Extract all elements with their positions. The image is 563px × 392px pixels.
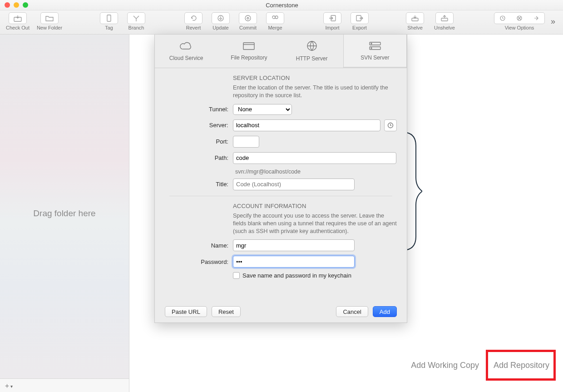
svg-point-5 bbox=[275, 16, 278, 19]
commit-icon bbox=[239, 12, 257, 24]
server-section-heading: SERVER LOCATION bbox=[233, 74, 397, 81]
sheet-footer: Paste URL Reset Cancel Add bbox=[165, 306, 397, 317]
check-out-button[interactable]: Check Out bbox=[4, 12, 32, 30]
branch-icon bbox=[127, 12, 145, 24]
title-input[interactable] bbox=[233, 179, 355, 190]
svg-point-17 bbox=[371, 48, 372, 49]
title-label: Title: bbox=[165, 181, 233, 188]
password-label: Password: bbox=[165, 258, 233, 265]
export-icon bbox=[351, 12, 369, 24]
reset-button[interactable]: Reset bbox=[212, 306, 241, 317]
export-label: Export bbox=[352, 25, 367, 30]
cloud-icon bbox=[179, 41, 193, 52]
merge-label: Merge bbox=[268, 25, 282, 30]
sidebar-placeholder: Drag folder here bbox=[33, 208, 95, 218]
export-button[interactable]: Export bbox=[348, 12, 371, 30]
add-working-copy-link[interactable]: Add Working Copy bbox=[411, 361, 479, 370]
check-out-label: Check Out bbox=[6, 25, 30, 30]
save-keychain-checkbox[interactable] bbox=[233, 272, 240, 279]
new-folder-button[interactable]: New Folder bbox=[35, 12, 64, 30]
new-folder-label: New Folder bbox=[37, 25, 62, 30]
svg-point-16 bbox=[371, 43, 372, 44]
view-options-label: View Options bbox=[505, 25, 534, 30]
zoom-window-button[interactable] bbox=[23, 2, 28, 8]
toolbar-overflow-button[interactable]: » bbox=[547, 12, 559, 30]
svg-rect-12 bbox=[243, 43, 254, 50]
view-options-icon bbox=[494, 12, 545, 24]
port-input[interactable] bbox=[233, 136, 259, 148]
folder-icon bbox=[242, 41, 255, 52]
globe-icon bbox=[306, 40, 317, 53]
import-icon bbox=[323, 12, 341, 24]
tab-file-repository[interactable]: File Repository bbox=[217, 35, 280, 68]
tab-http-server[interactable]: HTTP Server bbox=[281, 35, 343, 68]
server-section-desc: Enter the location of the server. The ti… bbox=[233, 84, 397, 99]
traffic-lights bbox=[5, 2, 28, 8]
merge-button[interactable]: Merge bbox=[263, 12, 287, 30]
name-label: Name: bbox=[165, 242, 233, 249]
tag-label: Tag bbox=[105, 25, 113, 30]
commit-button[interactable]: Commit bbox=[236, 12, 260, 30]
shelve-button[interactable]: Shelve bbox=[403, 12, 427, 30]
revert-button[interactable]: Revert bbox=[182, 12, 205, 30]
sheet-body: SERVER LOCATION Enter the location of th… bbox=[155, 68, 407, 284]
titlebar: Cornerstone bbox=[0, 0, 563, 10]
paste-url-button[interactable]: Paste URL bbox=[165, 306, 207, 317]
add-repository-sheet: Cloud Service File Repository HTTP Serve… bbox=[154, 35, 407, 323]
view-options-button[interactable]: View Options bbox=[492, 12, 547, 30]
name-input[interactable] bbox=[233, 239, 355, 251]
toolbar: Check Out New Folder Tag Branch bbox=[0, 10, 563, 35]
password-input[interactable] bbox=[233, 256, 355, 268]
update-label: Update bbox=[212, 25, 228, 30]
commit-label: Commit bbox=[239, 25, 257, 30]
branch-button[interactable]: Branch bbox=[124, 12, 148, 30]
tab-cloud-service[interactable]: Cloud Service bbox=[155, 35, 217, 68]
window-title: Cornerstone bbox=[28, 2, 536, 9]
section-divider bbox=[169, 196, 392, 196]
branch-label: Branch bbox=[128, 25, 144, 30]
check-out-icon bbox=[9, 12, 27, 24]
cancel-button[interactable]: Cancel bbox=[336, 306, 368, 317]
revert-icon bbox=[184, 12, 202, 24]
unshelve-label: Unshelve bbox=[434, 25, 455, 30]
tag-button[interactable]: Tag bbox=[97, 12, 121, 30]
url-preview: svn://mgr@localhost/code bbox=[235, 169, 397, 175]
import-button[interactable]: Import bbox=[321, 12, 344, 30]
tab-svn-server[interactable]: SVN Server bbox=[343, 35, 407, 68]
add-icon[interactable]: ＋▾ bbox=[4, 382, 13, 389]
highlight-annotation bbox=[486, 350, 556, 381]
server-history-button[interactable] bbox=[384, 119, 397, 131]
clock-icon bbox=[387, 122, 394, 129]
shelve-label: Shelve bbox=[407, 25, 423, 30]
close-window-button[interactable] bbox=[5, 2, 10, 8]
add-button[interactable]: Add bbox=[373, 306, 397, 317]
sidebar-footer: ＋▾ bbox=[0, 378, 129, 392]
sidebar[interactable]: Drag folder here ＋▾ bbox=[0, 35, 129, 392]
svg-rect-1 bbox=[107, 15, 111, 21]
sheet-tabs: Cloud Service File Repository HTTP Serve… bbox=[155, 35, 407, 68]
import-label: Import bbox=[325, 25, 339, 30]
svg-point-4 bbox=[272, 16, 275, 19]
path-input[interactable] bbox=[233, 152, 396, 164]
unshelve-button[interactable]: Unshelve bbox=[430, 12, 459, 30]
content-bottom-links: Add Working Copy Add Repository bbox=[411, 361, 549, 370]
shelve-icon bbox=[406, 12, 424, 24]
update-button[interactable]: Update bbox=[209, 12, 232, 30]
tab-http-label: HTTP Server bbox=[296, 55, 328, 62]
new-folder-icon bbox=[40, 12, 59, 24]
unshelve-icon bbox=[435, 12, 454, 24]
revert-label: Revert bbox=[186, 25, 201, 30]
update-icon bbox=[212, 12, 230, 24]
tag-icon bbox=[100, 12, 118, 24]
tab-cloud-label: Cloud Service bbox=[169, 55, 203, 61]
minimize-window-button[interactable] bbox=[14, 2, 19, 8]
save-keychain-label: Save name and password in my keychain bbox=[242, 272, 351, 279]
server-input[interactable] bbox=[233, 119, 380, 131]
account-section-desc: Specify the account you use to access th… bbox=[233, 212, 397, 235]
account-section-heading: ACCOUNT INFORMATION bbox=[233, 203, 397, 209]
svg-rect-9 bbox=[441, 18, 448, 21]
tunnel-label: Tunnel: bbox=[165, 106, 233, 113]
tab-svn-label: SVN Server bbox=[361, 55, 389, 61]
tunnel-select[interactable]: None bbox=[233, 104, 292, 115]
tab-file-label: File Repository bbox=[231, 55, 267, 61]
